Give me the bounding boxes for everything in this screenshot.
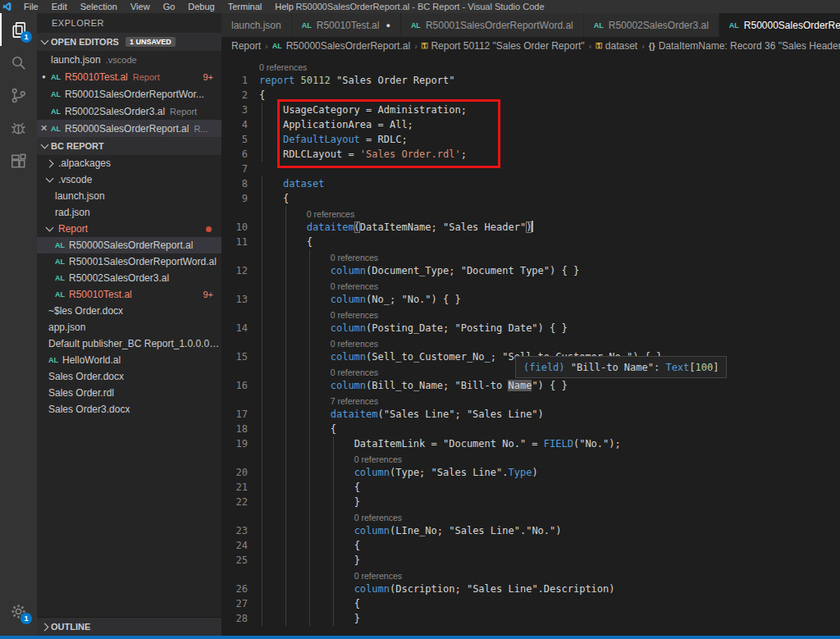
explorer-icon[interactable]: 1 — [0, 13, 37, 46]
code-area[interactable]: 0 references1report 50112 "Sales Order R… — [221, 55, 840, 636]
tree-file-sales-order3-docx[interactable]: Sales Order3.docx — [37, 401, 221, 418]
close-icon[interactable]: ✕ — [37, 123, 51, 134]
codelens-references[interactable]: 0 references — [354, 513, 402, 523]
menu-help[interactable]: Help — [268, 0, 300, 13]
code-line[interactable]: 27{ — [221, 596, 840, 611]
code-line[interactable]: 23column(LIne_No; "Sales Line"."No.") — [221, 523, 840, 538]
codelens-references[interactable]: 0 references — [259, 62, 307, 72]
codelens-references[interactable]: 0 references — [331, 310, 378, 320]
code-line[interactable]: 12column(Document_Type; "Document Type")… — [221, 263, 840, 278]
code-line[interactable]: 20column(Type; "Sales Line".Type) — [221, 465, 840, 480]
codelens-references[interactable]: 7 references — [331, 396, 378, 406]
tree-file-r50010test-al[interactable]: ALR50010Test.al9+ — [37, 286, 221, 303]
tree-file-r50000salesorderreport-al[interactable]: ALR50000SalesOrderReport.al — [37, 237, 221, 253]
outline-header[interactable]: OUTLINE — [37, 617, 221, 636]
code-line[interactable]: 28} — [221, 611, 840, 626]
indent-guide — [285, 596, 286, 611]
tab-r50010test-al[interactable]: ALR50010Test.al● — [292, 13, 400, 37]
tab-launch-json[interactable]: launch.json — [221, 13, 291, 37]
codelens-references[interactable]: 0 references — [307, 209, 354, 219]
source-control-icon[interactable] — [0, 79, 37, 112]
debug-icon[interactable] — [0, 112, 37, 144]
open-editor-item[interactable]: ●ALR50010Test.alReport9+ — [37, 68, 221, 85]
code-line[interactable]: 9{ — [221, 191, 840, 206]
menu-selection[interactable]: Selection — [74, 0, 124, 13]
project-header[interactable]: BC REPORT — [37, 137, 221, 155]
tree-file-sales-order-rdl[interactable]: Sales Order.rdl — [37, 385, 221, 401]
open-editor-item[interactable]: launch.json.vscode — [37, 51, 221, 68]
tree-file-default-publisher-bc-report-1-0-0-0-a-[interactable]: Default publisher_BC Report_1.0.0.0.a... — [37, 335, 221, 352]
breadcrumb-item[interactable]: ⚿dataset — [596, 40, 637, 52]
breadcrumb-item[interactable]: Report — [231, 40, 261, 52]
open-editors-header[interactable]: OPEN EDITORS 1 UNSAVED — [37, 33, 221, 51]
code-line[interactable]: 18{ — [221, 422, 840, 436]
tree-file--les-order-docx[interactable]: ~$les Order.docx — [37, 303, 221, 319]
indent-guide — [262, 378, 262, 393]
code-line[interactable]: 24{ — [221, 538, 840, 553]
code-line[interactable]: 10dataitem(DataItemName; "Sales Header") — [221, 220, 840, 235]
code-line[interactable]: 22} — [221, 495, 840, 509]
extensions-icon[interactable] — [0, 144, 37, 177]
file-label: launch.json — [51, 54, 101, 66]
settings-icon[interactable]: 1 — [0, 595, 37, 628]
code-line[interactable]: 13column(No_; "No.") { } — [221, 292, 840, 307]
tree-folder--alpackages[interactable]: .alpackages — [37, 155, 221, 171]
indent-guide — [285, 451, 286, 465]
open-editor-item[interactable]: ALR50002SalesOrder3.alReport — [37, 103, 221, 120]
token: column — [354, 583, 390, 595]
code-line[interactable]: 26column(Dscription; "Sales Line".Descri… — [221, 582, 840, 596]
menu-terminal[interactable]: Terminal — [221, 0, 269, 13]
code-line[interactable]: 16column(Bill_to_Name; "Bill-to Name") {… — [221, 378, 840, 393]
code-line[interactable]: 21{ — [221, 480, 840, 495]
menu-go[interactable]: Go — [157, 0, 182, 13]
breadcrumb-label: R50000SalesOrderReport.al — [286, 40, 410, 52]
breadcrumb-item[interactable]: {}DataItemName: Record 36 "Sales Header" — [649, 40, 840, 52]
breadcrumb-separator: › — [588, 41, 591, 51]
tree-file-sales-order-docx[interactable]: Sales Order.docx — [37, 368, 221, 385]
tree-file-r50002salesorder3-al[interactable]: ALR50002SalesOrder3.al — [37, 270, 221, 286]
token: { — [307, 236, 313, 248]
code-line[interactable]: 1report 50112 "Sales Order Report" — [221, 73, 840, 88]
menu-debug[interactable]: Debug — [181, 0, 221, 13]
indent-guide — [309, 509, 310, 523]
codelens-references[interactable]: 0 references — [331, 281, 378, 291]
tree-file-rad-json[interactable]: rad.json — [37, 204, 221, 221]
tab-r50002salesorder3-al[interactable]: ALR50002SalesOrder3.al — [584, 13, 719, 37]
open-editor-item[interactable]: ALR50001SalesOrderReportWor... — [37, 85, 221, 103]
code-line[interactable]: 19DataItemLink = "Document No." = FIELD(… — [221, 436, 840, 451]
code-line[interactable]: 8dataset — [221, 176, 840, 191]
codelens-references[interactable]: 0 references — [331, 339, 378, 349]
indent-guide — [285, 393, 286, 407]
tab-r50001salesorderreportword-al[interactable]: ALR50001SalesOrderReportWord.al — [401, 13, 583, 37]
line-number: 21 — [221, 480, 248, 495]
token: column — [331, 380, 366, 391]
tree-file-launch-json[interactable]: launch.json — [37, 188, 221, 204]
open-editor-item[interactable]: ✕ALR50000SalesOrderReport.alR... — [37, 120, 221, 137]
tree-folder--vscode[interactable]: .vscode — [37, 171, 221, 188]
token: column — [331, 322, 366, 334]
menu-view[interactable]: View — [124, 0, 157, 13]
codelens-references[interactable]: 0 references — [354, 571, 402, 581]
tree-file-helloworld-al[interactable]: ALHelloWorld.al — [37, 352, 221, 368]
code-line[interactable]: 17dataitem("Sales Line"; "Sales Line") — [221, 407, 840, 422]
breadcrumb-item[interactable]: ⚿Report 50112 "Sales Order Report" — [422, 40, 585, 52]
code-line[interactable]: 14column(Posting_Date; "Posting Date") {… — [221, 321, 840, 335]
codelens-references[interactable]: 0 references — [331, 253, 378, 262]
menu-file[interactable]: File — [17, 0, 45, 13]
tab-r50000salesorderreport-al[interactable]: ALR50000SalesOrderReport.al — [719, 13, 840, 37]
tree-file-app-json[interactable]: app.json — [37, 319, 221, 335]
tooltip-token: (field) — [523, 362, 565, 373]
code-line[interactable]: 11{ — [221, 235, 840, 249]
codelens-references[interactable]: 0 references — [331, 367, 378, 377]
codelens-references[interactable]: 0 references — [354, 454, 402, 464]
tree-folder-report[interactable]: Report — [37, 221, 221, 237]
menu-edit[interactable]: Edit — [45, 0, 74, 13]
code-line[interactable]: 25} — [221, 553, 840, 568]
indent-guide — [285, 538, 286, 553]
file-label: launch.json — [55, 190, 105, 202]
indent-guide — [262, 596, 262, 611]
al-file-icon: AL — [51, 125, 61, 133]
tree-file-r50001salesorderreportword-al[interactable]: ALR50001SalesOrderReportWord.al — [37, 253, 221, 270]
search-icon[interactable] — [0, 46, 37, 79]
breadcrumb-item[interactable]: ALR50000SalesOrderReport.al — [272, 40, 410, 52]
